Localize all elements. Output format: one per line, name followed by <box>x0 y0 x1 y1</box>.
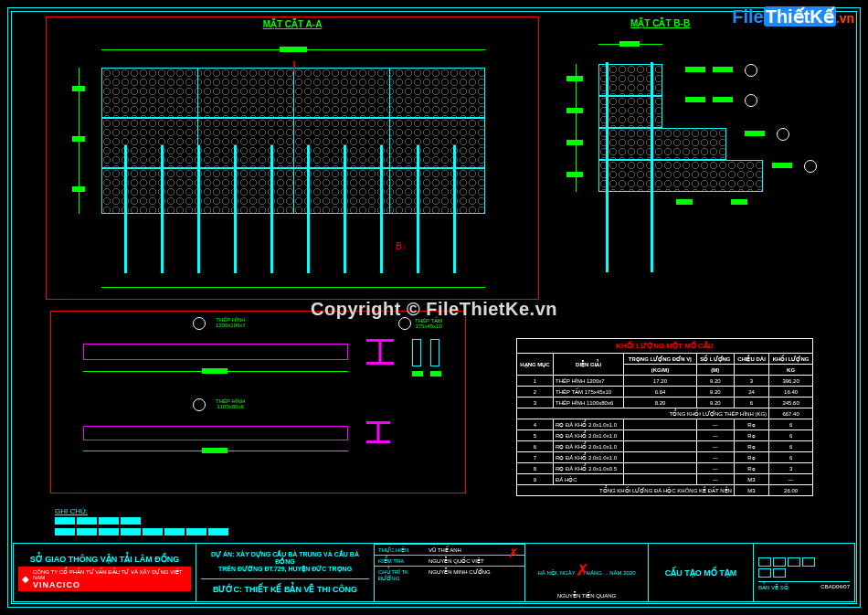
tb-signer: NGUYỄN TIẾN QUANG <box>525 592 648 599</box>
table-row: 9ĐÁ HỘC—M3— <box>517 474 813 485</box>
detail-bubble-2 <box>193 398 206 411</box>
callout-3 <box>777 128 789 141</box>
tb-date-cell: HÀ NỘI, NGÀY ... THÁNG ... NĂM 2020 ✗ NG… <box>525 544 649 601</box>
steel-pile <box>453 145 456 273</box>
tb-roles-cell: THỰC HIỆNVŨ THẾ ANH KIỂM TRANGUYỄN QUỐC … <box>375 544 525 601</box>
steel-plate-2 <box>430 339 439 366</box>
callout-dim <box>713 97 733 102</box>
section-marker: ┃ <box>291 61 297 71</box>
ibeam-section-1 <box>366 339 394 365</box>
tb-owner-cell: SỞ GIAO THÔNG VẬN TẢI LÂM ĐỒNG ◆ CÔNG TY… <box>14 544 196 601</box>
company-logo-icon: ◆ <box>22 574 29 584</box>
tb-step: BƯỚC: THIẾT KẾ BẢN VẼ THI CÔNG <box>201 578 369 594</box>
table-title: KHỐI LƯỢNG MỘT MỐ CẦU <box>517 339 813 354</box>
detail-label-2: THÉP HÌNH1100x80x6 <box>216 398 245 409</box>
th-stt: HẠNG MỤC <box>517 354 554 376</box>
logo-file: File <box>732 6 763 27</box>
dim-tick <box>72 136 85 142</box>
steel-beam-plan-2 <box>83 426 348 440</box>
callout-1 <box>745 64 757 77</box>
gabion-bb-4 <box>598 160 763 192</box>
drawing-title-block: SỞ GIAO THÔNG VẬN TẢI LÂM ĐỒNG ◆ CÔNG TY… <box>13 543 855 602</box>
th-len-sub <box>734 365 768 376</box>
steel-pile <box>124 145 127 273</box>
callout-dim <box>713 67 733 72</box>
callout-dim <box>745 131 765 136</box>
th-uw-sub: (KG/M) <box>624 365 697 376</box>
notes-section: GHI CHÚ: <box>55 507 230 537</box>
steel-pile <box>380 145 383 273</box>
table-row: 7RỌ ĐÁ KHỔ 2.0x1.0x1.0—Rọ6 <box>517 452 813 463</box>
dim-tick <box>72 186 85 192</box>
dim-tick <box>566 108 583 113</box>
gabion-bb-3 <box>598 128 726 160</box>
table-row: 8RỌ ĐÁ KHỔ 2.0x1.0x0.5—Rọ3 <box>517 463 813 474</box>
steel-pile <box>417 145 419 273</box>
section-bb-title: MẶT CẮT B-B <box>630 18 690 28</box>
sheet-label: BẢN VẼ SỐ: <box>758 584 789 590</box>
steel-beam-plan-1 <box>83 344 348 360</box>
tb-company-bar: ◆ CÔNG TY CỔ PHẦN TƯ VẤN ĐẦU TƯ VÀ XÂY D… <box>18 567 191 591</box>
steel-pile <box>270 145 273 273</box>
dim-bb-bot <box>731 199 747 205</box>
dim-bb-text <box>619 41 640 47</box>
signature-mark-1: ✗ <box>508 546 519 560</box>
tb-company-brand: VINACICO <box>33 580 187 589</box>
tb-project-l2: TRÊN ĐƯỜNG ĐT.729, HUYỆN ĐỨC TRỌNG <box>201 566 369 573</box>
steel-details-view: THÉP HÌNH1200x100x7 THÉP TẤM175x45x10 TH… <box>50 311 466 493</box>
detail-label-1: THÉP HÌNH1200x100x7 <box>216 317 246 328</box>
quantity-table: KHỐI LƯỢNG MỘT MỐ CẦU HẠNG MỤC DIỄN GIẢI… <box>516 338 813 496</box>
tb-project-l1: DỰ ÁN: XÂY DỰNG CẦU BÀ TRUNG VÀ CẦU BÀ Đ… <box>201 551 369 566</box>
copyright-watermark: Copyright © FileThietKe.vn <box>311 299 557 320</box>
section-aa-view: MẶT CẮT A-A ┃ B↓ <box>46 16 539 300</box>
steel-pile <box>197 145 200 273</box>
callout-4 <box>804 160 817 173</box>
tb-drawing-title: CẤU TẠO MỐ TẠM <box>653 568 748 578</box>
ibeam-section-2 <box>366 421 390 443</box>
scale-indicator-2 <box>758 568 850 578</box>
th-len: CHIỀU DÀI <box>734 354 768 365</box>
section-bb-view: MẶT CẮT B-B <box>548 16 827 300</box>
tb-drawing-title-cell: CẤU TẠO MỐ TẠM <box>649 544 754 601</box>
site-watermark-logo: FileThiếtKế.vn <box>732 5 854 27</box>
tb-project-cell: DỰ ÁN: XÂY DỰNG CẦU BÀ TRUNG VÀ CẦU BÀ Đ… <box>196 544 375 601</box>
section-marker-b: B↓ <box>396 241 407 251</box>
section-aa-title: MẶT CẮT A-A <box>263 19 323 29</box>
tb-owner: SỞ GIAO THÔNG VẬN TẢI LÂM ĐỒNG <box>18 555 191 564</box>
steel-pile <box>307 145 310 273</box>
callout-dim <box>685 97 705 102</box>
table-row: 6RỌ ĐÁ KHỔ 2.0x1.0x1.0—Rọ6 <box>517 441 813 452</box>
th-desc: DIỄN GIẢI <box>554 354 624 376</box>
quantity-table-area: KHỐI LƯỢNG MỘT MỐ CẦU HẠNG MỤC DIỄN GIẢI… <box>516 338 813 503</box>
table-row: 5RỌ ĐÁ KHỔ 2.0x1.0x1.0—Rọ6 <box>517 430 813 441</box>
table-row: 2THÉP TẤM 175x45x106.649.202416.40 <box>517 387 813 398</box>
callout-2 <box>745 94 757 107</box>
signature-mark-2: ✗ <box>576 560 589 580</box>
dim-tick <box>566 172 583 177</box>
dim-bb-bot <box>676 199 693 205</box>
scale-indicator <box>758 557 850 567</box>
th-m-sub: (M) <box>696 365 734 376</box>
dim-tick <box>566 140 583 145</box>
steel-pile <box>344 145 346 273</box>
gabion-divider <box>389 68 390 214</box>
detail-bubble-1 <box>193 317 206 330</box>
dim-beam-1-text <box>202 368 228 374</box>
tb-company-line: CÔNG TY CỔ PHẦN TƯ VẤN ĐẦU TƯ VÀ XÂY DỰN… <box>33 568 187 580</box>
note-line-2 <box>55 528 230 537</box>
dim-plate <box>412 371 423 376</box>
th-kl: KHỐI LƯỢNG <box>769 354 813 365</box>
tb-sheet-cell: BẢN VẼ SỐ: CBAD04/07 <box>754 544 854 601</box>
logo-vn: .vn <box>836 11 854 26</box>
th-qty: SỐ LƯỢNG <box>696 354 734 365</box>
steel-pile <box>161 145 164 273</box>
notes-heading: GHI CHÚ: <box>55 507 230 515</box>
dim-text-block <box>280 47 307 52</box>
callout-dim <box>685 67 705 72</box>
callout-dim <box>772 163 792 168</box>
dim-line-bottom <box>101 287 485 288</box>
steel-plate-1 <box>412 339 421 366</box>
logo-thietke: ThiếtKế <box>764 6 836 27</box>
steel-pile-bb <box>606 62 609 272</box>
table-row: 3THÉP HÌNH 1100x80x68.209.206245.60 <box>517 398 813 408</box>
